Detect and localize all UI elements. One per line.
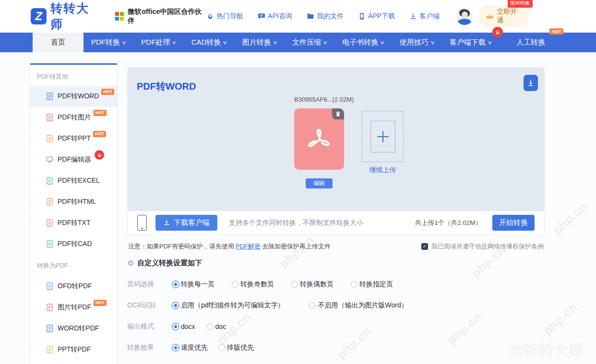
- nav-item-pdf-convert[interactable]: PDF转换∨: [83, 33, 133, 52]
- sidebar-item-pdf-to-image[interactable]: PDF转图片 HOT: [30, 107, 117, 128]
- radio-layout-priority[interactable]: 排版优先: [218, 343, 254, 352]
- chat-icon: [258, 12, 265, 20]
- nav-item-pdf-process[interactable]: PDF处理∨: [133, 33, 183, 52]
- nav-item-home[interactable]: 首页: [33, 33, 83, 52]
- microsoft-partner-badge: 微软office中国区合作伙伴: [115, 7, 206, 25]
- chevron-down-icon: ∨: [488, 40, 492, 45]
- radio-ocr-enable[interactable]: 启用（pdf扫描件转为可编辑文字）: [172, 301, 284, 310]
- sidebar-item-pdf-to-word[interactable]: PDF转WORD HOT: [30, 86, 117, 107]
- chevron-down-icon: ∨: [273, 40, 277, 45]
- radio-convert-odd-pages[interactable]: 转换奇数页: [232, 280, 274, 289]
- radio-icon: [351, 281, 358, 288]
- pdf-logo-icon: [304, 124, 334, 154]
- sidebar-item-pdf-to-txt[interactable]: PDF转TXT: [30, 212, 117, 234]
- sidebar-item-pdf-to-html[interactable]: PDF转HTML: [30, 191, 117, 212]
- nav-item-file-compress[interactable]: 文件压缩∨: [285, 33, 334, 52]
- brand-logo-icon: Z: [31, 8, 47, 24]
- radio-icon: [172, 281, 179, 288]
- radio-convert-every-page[interactable]: 转换每一页: [172, 280, 215, 289]
- panel-download-button[interactable]: [524, 75, 538, 91]
- brand-logo-text: 转转大师: [50, 0, 101, 32]
- setting-row-page-select: 页码选择 转换每一页 转换奇数页 转换偶数页 转换指定页: [127, 280, 545, 289]
- radio-icon: [291, 281, 298, 288]
- api-consult-link[interactable]: API咨询: [258, 12, 292, 21]
- nav-item-ebook-convert[interactable]: 电子书转换∨: [334, 33, 392, 52]
- upload-summary: 共上传1个（共2.02M）: [415, 219, 482, 227]
- hot-badge: HOT: [549, 28, 563, 35]
- sidebar-item-ppt-to-pdf[interactable]: PPT转PDF: [30, 339, 117, 360]
- hot-badge: HOT: [94, 300, 107, 306]
- file-icon: [46, 219, 53, 227]
- continue-upload-label[interactable]: 继续上传: [362, 166, 404, 175]
- password-notice-row: 注意：如果PDF有密码保护，请先使用 PDF解密 去除加密保护再上传文件 ✓ 我…: [127, 242, 545, 251]
- radio-format-doc[interactable]: doc: [207, 323, 226, 330]
- vip-activate-button[interactable]: 限时特惠 立即开通: [480, 5, 529, 27]
- nav-item-cad-convert[interactable]: CAD转换∨: [184, 33, 235, 52]
- chevron-down-icon: ∨: [223, 40, 227, 45]
- pdf-decrypt-link[interactable]: PDF解密: [236, 242, 261, 251]
- file-icon: [46, 325, 53, 332]
- page-title: PDF转WORD: [137, 80, 196, 93]
- microsoft-logo-icon: [115, 12, 124, 21]
- agreement-checkbox[interactable]: ✓: [421, 243, 428, 250]
- radio-format-docx[interactable]: docx: [172, 323, 195, 330]
- chevron-down-icon: ∨: [172, 40, 177, 45]
- monitor-icon: [46, 156, 53, 164]
- chevron-down-icon: ∨: [430, 40, 435, 45]
- batch-hint-text: 支持多个文件同时转换，不限制文件转换大小: [229, 219, 363, 227]
- chevron-down-icon: ∨: [323, 40, 328, 45]
- brand-logo[interactable]: Z 转转大师: [31, 0, 101, 32]
- file-icon: [46, 114, 53, 121]
- edit-file-button[interactable]: 编辑: [306, 178, 333, 188]
- conversion-sidebar: PDF转其他 PDF转WORD HOT PDF转图片 HOT PDF转PPT H…: [30, 63, 118, 364]
- sidebar-item-ofd-to-pdf[interactable]: OFD转PDF: [30, 276, 117, 297]
- hot-badge: HOT: [93, 131, 106, 137]
- nav-item-manual-convert[interactable]: 人工转换 HOT: [509, 33, 553, 52]
- nav-item-client-download[interactable]: 客户端下载∨: [442, 33, 499, 52]
- hot-badge: HOT: [94, 110, 107, 116]
- top-header: Z 转转大师 微软office中国区合作伙伴 热门导航 API咨询 我的文件 A…: [0, 0, 596, 33]
- my-files-link[interactable]: 我的文件: [307, 12, 344, 21]
- continue-upload-dropzone[interactable]: [362, 111, 404, 162]
- file-icon: [46, 304, 53, 311]
- radio-convert-even-pages[interactable]: 转换偶数页: [291, 280, 334, 289]
- sidebar-item-pdf-to-ppt[interactable]: PDF转PPT HOT: [30, 128, 117, 149]
- radio-speed-priority[interactable]: 速度优先: [172, 343, 208, 352]
- user-avatar[interactable]: [456, 8, 473, 25]
- agreement-label: 我已阅读并遵守信息网络传播权保护条例: [431, 242, 544, 251]
- upload-panel: PDF转WORD B30955AF6...(2.02M) 编辑 继续上传: [127, 67, 545, 211]
- delete-file-button[interactable]: [332, 108, 344, 119]
- sidebar-item-image-to-pdf[interactable]: 图片转PDF HOT: [30, 297, 117, 318]
- trash-icon: [335, 111, 341, 117]
- nav-item-tips[interactable]: 使用技巧∨: [392, 33, 442, 52]
- sidebar-item-pdf-to-cad[interactable]: PDF转CAD: [30, 234, 117, 255]
- mobile-phone-icon: [137, 215, 147, 231]
- sidebar-item-pdf-to-excel[interactable]: PDF转EXCEL: [30, 170, 117, 191]
- chevron-down-icon: ∨: [380, 40, 385, 45]
- sidebar-item-pdf-editor[interactable]: PDF编辑器: [30, 149, 117, 170]
- radio-icon: [172, 344, 179, 351]
- download-icon: [163, 219, 170, 226]
- hot-nav-link[interactable]: 热门导航: [206, 12, 243, 21]
- setting-row-convert-effect: 转换效果 速度优先 排版优先: [127, 343, 545, 352]
- client-download-link[interactable]: 客户端: [409, 12, 440, 21]
- setting-row-ocr: OCR识别 启用（pdf扫描件转为可编辑文字） 不启用（输出为图片版Word）: [127, 301, 545, 310]
- radio-convert-specified-pages[interactable]: 转换指定页: [351, 280, 393, 289]
- sidebar-section-title: 转换为PDF: [30, 255, 117, 276]
- file-icon: [46, 177, 53, 185]
- nav-item-image-convert[interactable]: 图片转换∨: [235, 33, 285, 52]
- file-icon: [46, 198, 53, 206]
- download-client-button[interactable]: 下载客户端: [155, 215, 217, 231]
- main-content: PDF转WORD B30955AF6...(2.02M) 编辑 继续上传: [127, 67, 545, 352]
- app-download-link[interactable]: APP下载: [358, 12, 395, 21]
- radio-ocr-disable[interactable]: 不启用（输出为图片版Word）: [309, 301, 407, 310]
- sidebar-item-word-to-pdf[interactable]: WORD转PDF: [30, 318, 117, 339]
- folder-icon: [307, 12, 314, 20]
- download-icon: [526, 79, 535, 87]
- file-icon: [46, 240, 53, 248]
- main-nav: 首页 PDF转换∨ PDF处理∨ CAD转换∨ 图片转换∨ 文件压缩∨ 电子书转…: [0, 33, 596, 52]
- agreement-row: ✓ 我已阅读并遵守信息网络传播权保护条例: [421, 242, 544, 251]
- file-icon: [46, 346, 53, 353]
- hot-badge: HOT: [101, 89, 114, 95]
- start-convert-button[interactable]: 开始转换: [492, 215, 535, 231]
